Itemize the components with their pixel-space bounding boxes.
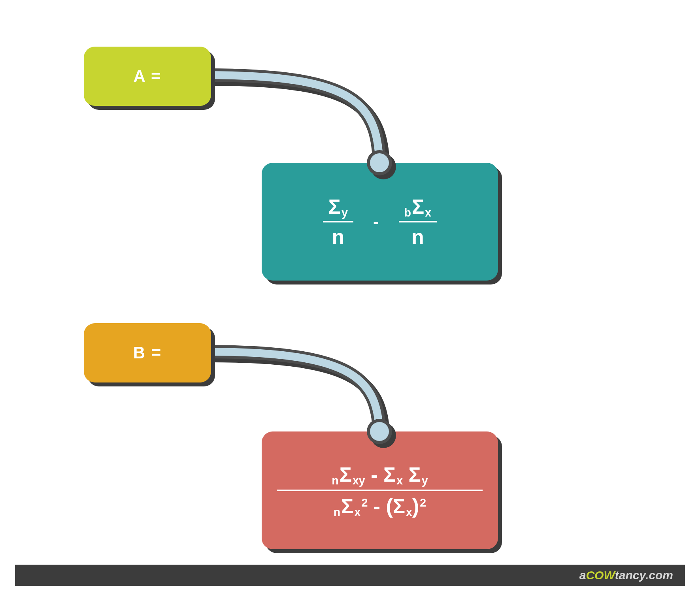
formula-subscript: y (421, 474, 428, 487)
sigma-icon: Σ (383, 463, 396, 486)
sigma-icon: Σ (340, 463, 352, 486)
formula-a-content: Σy n - bΣx n (323, 192, 437, 251)
formula-denominator: n (326, 222, 350, 251)
box-a-label: A = (84, 47, 211, 106)
formula-subscript: x (353, 506, 360, 518)
paren-icon: ( (386, 495, 393, 518)
formula-subscript: x (424, 206, 431, 219)
formula-a-frac1: Σy n (323, 192, 353, 251)
minus-icon: - (373, 212, 379, 232)
formula-b-content: nΣxy - Σx Σy nΣx2 - (Σx)2 (277, 460, 483, 521)
box-b-formula: nΣxy - Σx Σy nΣx2 - (Σx)2 (262, 431, 498, 549)
paren-icon: ) (412, 495, 419, 518)
formula-subscript: x (405, 506, 412, 518)
sigma-icon: Σ (328, 195, 341, 218)
formula-superscript: 2 (419, 496, 426, 509)
box-a-formula: Σy n - bΣx n (262, 163, 498, 281)
footer-bar: aCOWtancy.com (15, 565, 685, 586)
formula-prescript: b (404, 206, 412, 219)
formula-prescript: n (334, 506, 341, 518)
sigma-icon: Σ (341, 495, 353, 518)
formula-subscript: x (396, 474, 403, 487)
formula-a-frac2: bΣx n (399, 192, 437, 251)
box-b-label-text: B = (133, 343, 162, 362)
minus-icon: - (365, 463, 383, 486)
diagram-canvas: A = Σy n - bΣx n (0, 0, 700, 601)
formula-superscript: 2 (360, 496, 368, 509)
formula-subscript: y (341, 206, 348, 219)
formula-denominator: n (406, 222, 430, 251)
box-b-label: B = (84, 323, 211, 382)
formula-prescript: n (332, 474, 339, 487)
box-a-label-text: A = (134, 67, 162, 86)
sigma-icon: Σ (412, 195, 424, 218)
formula-subscript: xy (352, 474, 365, 487)
minus-icon: - (368, 495, 386, 518)
footer-part1: a (579, 569, 586, 582)
footer-part2: COW (586, 569, 615, 582)
sigma-icon: Σ (393, 495, 405, 518)
formula-b-denominator: nΣx2 - (Σx)2 (326, 491, 434, 521)
formula-b-numerator: nΣxy - Σx Σy (324, 460, 436, 490)
sigma-icon: Σ (409, 463, 421, 486)
footer-part3: tancy.com (615, 569, 673, 582)
space (403, 463, 408, 486)
